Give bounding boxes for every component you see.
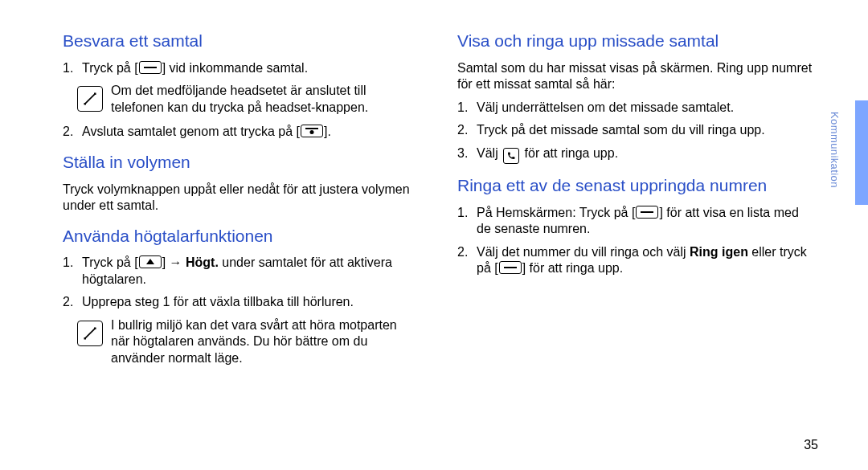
speaker-steps: 1. Tryck på [] → Högt. under samtalet fö…	[63, 255, 419, 310]
step-text: Välj det nummer du vill ringa och välj R…	[477, 244, 813, 277]
step-number: 2.	[63, 294, 77, 310]
step-text: Tryck på [] → Högt. under samtalet för a…	[82, 255, 419, 288]
note-icon	[77, 321, 103, 346]
manual-page: Besvara ett samtal 1. Tryck på [] vid in…	[0, 0, 868, 470]
menu-key-icon	[139, 255, 162, 268]
send-key-icon	[636, 206, 658, 219]
step-number: 3.	[457, 145, 472, 164]
send-key-icon	[499, 261, 522, 274]
list-item: 1. Tryck på [] → Högt. under samtalet fö…	[63, 255, 419, 288]
list-item: 2. Tryck på det missade samtal som du vi…	[457, 122, 813, 138]
end-key-icon	[301, 125, 323, 137]
heading-answer-call: Besvara ett samtal	[63, 31, 419, 52]
heading-missed-calls: Visa och ringa upp missade samtal	[457, 31, 813, 52]
answer-call-steps: 1. Tryck på [] vid inkommande samtal.	[63, 60, 419, 76]
right-column: Visa och ringa upp missade samtal Samtal…	[457, 31, 813, 374]
heading-set-volume: Ställa in volymen	[63, 152, 419, 174]
step-number: 1.	[457, 100, 472, 116]
note-icon	[77, 86, 103, 112]
heading-speaker: Använda högtalarfunktionen	[63, 226, 419, 247]
side-tab-marker	[855, 100, 868, 205]
note-headset: Om det medföljande headsetet är anslutet…	[77, 83, 419, 116]
list-item: 2. Upprepa steg 1 för att växla tillbaka…	[63, 294, 419, 310]
page-number: 35	[804, 438, 818, 452]
step-number: 2.	[457, 122, 472, 138]
step-text: Upprepa steg 1 för att växla tillbaka ti…	[82, 294, 419, 310]
recent-numbers-steps: 1. På Hemskärmen: Tryck på [] för att vi…	[457, 205, 813, 277]
missed-calls-steps: 1. Välj underrättelsen om det missade sa…	[457, 100, 813, 164]
step-text: Tryck på [] vid inkommande samtal.	[82, 60, 419, 76]
step-number: 1.	[457, 205, 472, 238]
answer-call-steps-cont: 2. Avsluta samtalet genom att trycka på …	[63, 124, 419, 140]
note-speaker: I bullrig miljö kan det vara svårt att h…	[77, 317, 419, 366]
list-item: 3. Välj för att ringa upp.	[457, 145, 813, 164]
step-text: På Hemskärmen: Tryck på [] för att visa …	[477, 205, 813, 238]
svg-marker-0	[146, 259, 154, 264]
left-column: Besvara ett samtal 1. Tryck på [] vid in…	[63, 31, 419, 374]
step-text: Avsluta samtalet genom att trycka på [].	[82, 124, 419, 140]
heading-recent-numbers: Ringa ett av de senast uppringda numren	[457, 175, 813, 197]
list-item: 1. På Hemskärmen: Tryck på [] för att vi…	[457, 205, 813, 238]
send-key-icon	[139, 61, 162, 74]
note-text: Om det medföljande headsetet är anslutet…	[111, 83, 419, 116]
content-columns: Besvara ett samtal 1. Tryck på [] vid in…	[63, 31, 813, 374]
step-text: Välj underrättelsen om det missade samta…	[477, 100, 813, 116]
step-number: 2.	[457, 244, 472, 277]
step-text: Välj för att ringa upp.	[477, 145, 813, 164]
step-number: 2.	[63, 124, 77, 140]
note-text: I bullrig miljö kan det vara svårt att h…	[111, 317, 419, 366]
list-item: 1. Tryck på [] vid inkommande samtal.	[63, 60, 419, 76]
volume-paragraph: Tryck volymknappen uppåt eller nedåt för…	[63, 182, 419, 215]
step-text: Tryck på det missade samtal som du vill …	[477, 122, 813, 138]
step-number: 1.	[63, 60, 77, 76]
list-item: 1. Välj underrättelsen om det missade sa…	[457, 100, 813, 116]
missed-calls-para: Samtal som du har missat visas på skärme…	[457, 60, 813, 93]
side-section-label: Kommunikation	[841, 100, 852, 277]
list-item: 2. Avsluta samtalet genom att trycka på …	[63, 124, 419, 140]
call-icon	[503, 148, 519, 164]
list-item: 2. Välj det nummer du vill ringa och väl…	[457, 244, 813, 277]
step-number: 1.	[63, 255, 77, 288]
